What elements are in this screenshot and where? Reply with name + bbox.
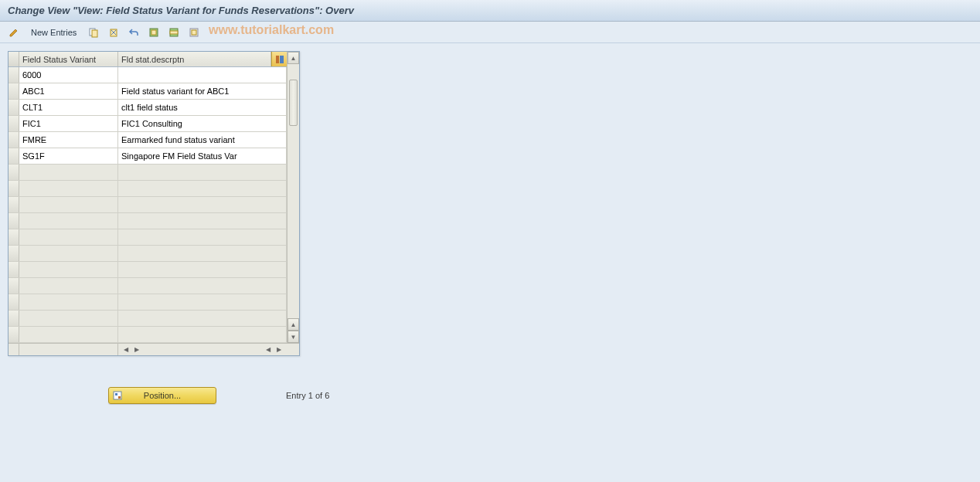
table-row-empty (9, 262, 287, 278)
svg-rect-4 (151, 30, 156, 35)
cell-description[interactable] (118, 165, 287, 180)
change-icon[interactable] (6, 25, 22, 40)
row-selector[interactable] (9, 100, 19, 115)
cell-description[interactable] (118, 67, 287, 83)
cell-variant[interactable] (19, 278, 118, 294)
table-row-empty (9, 294, 287, 311)
toolbar: New Entries www.tutorialkart.com (0, 22, 980, 43)
cell-description[interactable] (118, 246, 287, 261)
cell-variant[interactable] (19, 246, 118, 261)
cell-variant[interactable] (19, 229, 118, 245)
row-selector[interactable] (9, 311, 19, 326)
position-icon (112, 390, 123, 401)
row-selector[interactable] (9, 67, 19, 83)
cell-description[interactable] (118, 294, 287, 310)
svg-rect-9 (276, 56, 279, 63)
scroll-up-button[interactable]: ▲ (288, 52, 299, 64)
table-row-empty (9, 246, 287, 262)
scroll-thumb[interactable] (289, 80, 298, 126)
cell-variant[interactable]: CLT1 (19, 100, 118, 115)
cell-variant[interactable]: ABC1 (19, 83, 118, 99)
table-settings-icon[interactable] (271, 52, 287, 66)
row-selector[interactable] (9, 132, 19, 148)
cell-description[interactable] (118, 262, 287, 277)
cell-description[interactable] (118, 197, 287, 212)
row-selector[interactable] (9, 83, 19, 99)
table-row: SG1FSingapore FM Field Status Var (9, 148, 287, 165)
table-row-empty (9, 311, 287, 327)
cell-variant[interactable]: FMRE (19, 132, 118, 148)
cell-variant[interactable] (19, 181, 118, 196)
scroll-down-button-small[interactable]: ▲ (288, 318, 299, 331)
cell-variant[interactable] (19, 213, 118, 229)
row-selector[interactable] (9, 229, 19, 245)
undo-icon[interactable] (126, 25, 141, 40)
row-selector[interactable] (9, 278, 19, 294)
hscroll-left-icon[interactable]: ◀ (121, 345, 131, 355)
cell-variant[interactable]: 6000 (19, 67, 118, 83)
row-selector[interactable] (9, 327, 19, 342)
new-entries-button[interactable]: New Entries (26, 26, 81, 39)
table-row: CLT1clt1 field status (9, 100, 287, 116)
svg-rect-1 (92, 30, 97, 37)
cell-variant[interactable] (19, 165, 118, 180)
cell-description[interactable]: Field status variant for ABC1 (118, 83, 287, 99)
table-row-empty (9, 278, 287, 294)
row-selector[interactable] (9, 262, 19, 277)
cell-description[interactable]: FIC1 Consulting (118, 116, 287, 131)
table-row: FIC1FIC1 Consulting (9, 116, 287, 132)
select-all-icon[interactable] (146, 25, 162, 40)
row-selector[interactable] (9, 197, 19, 212)
svg-rect-6 (170, 31, 178, 34)
hscroll-track[interactable] (145, 344, 260, 355)
row-selector[interactable] (9, 165, 19, 180)
row-selector-header[interactable] (9, 52, 19, 66)
main-content: Field Status Variant Fld stat.descrptn 6… (0, 43, 980, 412)
bottom-row: Position... Entry 1 of 6 (8, 387, 972, 404)
table-row: ABC1Field status variant for ABC1 (9, 83, 287, 100)
delete-icon[interactable] (106, 25, 121, 40)
select-block-icon[interactable] (166, 25, 182, 40)
cell-description[interactable] (118, 311, 287, 326)
cell-description[interactable] (118, 229, 287, 245)
column-header-description[interactable]: Fld stat.descrptn (118, 52, 271, 66)
copy-icon[interactable] (86, 25, 101, 40)
cell-description[interactable]: Earmarked fund status variant (118, 132, 287, 148)
cell-description[interactable]: Singapore FM Field Status Var (118, 148, 287, 164)
table-row-empty (9, 213, 287, 229)
cell-description[interactable] (118, 278, 287, 294)
row-selector[interactable] (9, 246, 19, 261)
hscroll-left2-icon[interactable]: ◀ (264, 345, 273, 355)
hscroll-right2-icon[interactable]: ▶ (274, 345, 284, 355)
cell-variant[interactable] (19, 327, 118, 342)
cell-variant[interactable]: FIC1 (19, 116, 118, 131)
cell-description[interactable] (118, 181, 287, 196)
hscroll-right-group[interactable]: ◀ ▶ (260, 344, 287, 355)
row-selector[interactable] (9, 181, 19, 196)
column-header-variant[interactable]: Field Status Variant (19, 52, 118, 66)
cell-variant[interactable] (19, 262, 118, 277)
hscroll-right-icon[interactable]: ▶ (132, 345, 141, 355)
page-title: Change View "View: Field Status Variant … (8, 5, 354, 16)
row-selector[interactable] (9, 116, 19, 131)
deselect-all-icon[interactable] (186, 25, 202, 40)
hscroll-left-group[interactable]: ◀ ▶ (118, 344, 145, 355)
cell-description[interactable] (118, 213, 287, 229)
cell-variant[interactable] (19, 294, 118, 310)
row-selector[interactable] (9, 148, 19, 164)
table-row: FMREEarmarked fund status variant (9, 132, 287, 148)
horizontal-scrollbar: ◀ ▶ ◀ ▶ (9, 343, 299, 355)
cell-variant[interactable] (19, 197, 118, 212)
cell-description[interactable] (118, 327, 287, 342)
scroll-down-button[interactable]: ▼ (288, 331, 299, 343)
cell-variant[interactable] (19, 311, 118, 326)
scroll-track[interactable] (288, 64, 299, 318)
table-row: 6000 (9, 67, 287, 83)
cell-variant[interactable]: SG1F (19, 148, 118, 164)
row-selector[interactable] (9, 294, 19, 310)
vertical-scrollbar[interactable]: ▲ ▲ ▼ (287, 52, 299, 343)
position-button[interactable]: Position... (108, 387, 216, 404)
cell-description[interactable]: clt1 field status (118, 100, 287, 115)
row-selector[interactable] (9, 213, 19, 229)
table-row-empty (9, 165, 287, 181)
